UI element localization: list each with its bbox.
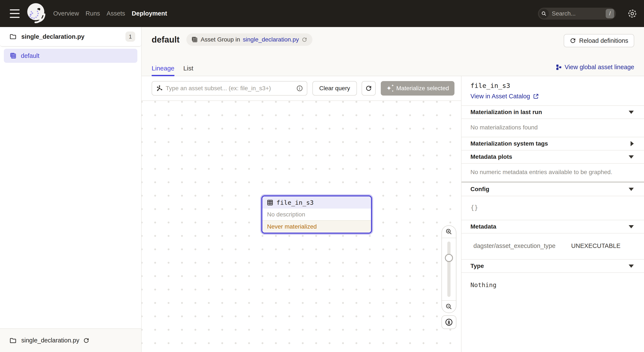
materialize-selected-button[interactable]: ✦✦✦ Materialize selected	[381, 81, 454, 95]
asset-title: file_in_s3	[470, 82, 634, 89]
download-icon	[445, 318, 453, 327]
search-icon	[539, 9, 549, 18]
tab-lineage[interactable]: Lineage	[152, 65, 174, 76]
chevron-down-icon	[629, 155, 634, 159]
top-navbar: Overview Runs Assets Deployment /	[0, 0, 644, 27]
refresh-graph-button[interactable]	[362, 81, 376, 95]
nav-item-deployment[interactable]: Deployment	[132, 10, 167, 17]
catalog-link-label: View in Asset Catalog	[470, 93, 530, 100]
config-value: {}	[462, 196, 644, 220]
zoom-slider-track[interactable]	[448, 242, 451, 297]
tag-prefix: Asset Group in	[200, 36, 240, 43]
global-lineage-label: View global asset lineage	[564, 64, 634, 71]
asset-group-icon	[10, 52, 16, 59]
section-config[interactable]: Config	[462, 183, 644, 196]
lineage-canvas[interactable]: file_in_s3 No description Never material…	[142, 101, 461, 352]
asset-node-header: file_in_s3	[262, 196, 371, 209]
section-label: Materialization system tags	[470, 140, 548, 147]
section-type[interactable]: Type	[462, 259, 644, 272]
search-shortcut-badge: /	[606, 9, 614, 18]
reload-location-icon[interactable]	[302, 37, 307, 42]
folder-icon	[9, 33, 16, 40]
reload-repo-icon[interactable]	[83, 337, 90, 344]
reload-definitions-label: Reload definitions	[579, 37, 628, 44]
section-metadata-plots[interactable]: Metadata plots	[462, 150, 644, 163]
metadata-value: UNEXECUTABLE	[571, 242, 620, 249]
code-location-sidebar: single_declaration.py 1 default single_d…	[0, 27, 142, 352]
dagster-app: Overview Runs Assets Deployment /	[0, 0, 644, 352]
zoom-in-button[interactable]	[442, 226, 456, 238]
section-materialization-system-tags[interactable]: Materialization system tags	[462, 137, 644, 150]
zoom-out-button[interactable]	[442, 300, 456, 313]
metadata-key: dagster/asset_execution_type	[474, 242, 571, 249]
asset-detail-panel: file_in_s3 View in Asset Catalog Materia…	[461, 76, 644, 352]
section-label: Type	[470, 263, 484, 269]
asset-node-description: No description	[262, 209, 371, 220]
section-materialization-last-run[interactable]: Materialization in last run	[462, 105, 644, 118]
tab-list[interactable]: List	[183, 65, 193, 76]
asset-subset-query[interactable]	[152, 81, 307, 95]
asset-node-file-in-s3[interactable]: file_in_s3 No description Never material…	[261, 195, 372, 234]
zoom-slider[interactable]	[442, 238, 456, 300]
sidebar-repo-header[interactable]: single_declaration.py 1	[0, 27, 141, 47]
search-input[interactable]	[552, 10, 606, 17]
asset-subset-input[interactable]	[166, 85, 296, 92]
page-title: default	[152, 35, 180, 44]
lineage-graph-icon	[556, 64, 562, 70]
page-header: default Asset Group in single_declaratio…	[142, 27, 644, 76]
sidebar-item-default-group[interactable]: default	[4, 49, 137, 63]
navbar-right: /	[538, 8, 638, 19]
lineage-toolbar: Clear query ✦✦✦ Materialize selected	[142, 76, 461, 101]
clear-query-label: Clear query	[319, 85, 350, 92]
menu-icon[interactable]	[10, 9, 20, 18]
section-metadata[interactable]: Metadata	[462, 220, 644, 233]
global-search[interactable]: /	[538, 8, 616, 19]
materialize-label: Materialize selected	[396, 85, 449, 92]
asset-group-icon	[192, 36, 198, 43]
chevron-down-icon	[629, 111, 634, 114]
type-value: Nothing	[462, 272, 644, 297]
external-link-icon	[533, 93, 539, 99]
repo-name: single_declaration.py	[21, 33, 84, 40]
main-nav: Overview Runs Assets Deployment	[53, 10, 167, 17]
zoom-controls	[442, 225, 456, 313]
nav-item-assets[interactable]: Assets	[107, 10, 125, 17]
last-run-empty-state: No materializations found	[462, 118, 644, 137]
download-graph-button[interactable]	[442, 315, 456, 329]
reload-definitions-button[interactable]: Reload definitions	[564, 34, 634, 47]
sparkle-icon: ✦✦✦	[386, 85, 394, 92]
refresh-icon	[365, 85, 372, 92]
nav-item-runs[interactable]: Runs	[86, 10, 100, 17]
section-label: Metadata	[470, 223, 496, 230]
asset-group-tag: Asset Group in single_declaration.py	[186, 33, 312, 46]
nav-item-overview[interactable]: Overview	[53, 10, 79, 17]
chevron-down-icon	[629, 265, 634, 268]
zoom-slider-knob[interactable]	[445, 254, 453, 262]
chevron-right-icon	[630, 141, 634, 146]
section-label: Metadata plots	[470, 153, 512, 160]
info-icon[interactable]	[296, 85, 303, 92]
gear-icon[interactable]	[627, 8, 638, 19]
clear-query-button[interactable]: Clear query	[312, 81, 357, 95]
asset-node-name: file_in_s3	[276, 199, 314, 206]
section-label: Config	[470, 186, 490, 193]
metadata-plots-empty-state: No numeric metadata entries available to…	[462, 163, 644, 182]
view-in-asset-catalog-link[interactable]: View in Asset Catalog	[470, 93, 634, 100]
refresh-icon	[570, 37, 576, 44]
asset-node-status: Never materialized	[262, 220, 371, 233]
footer-repo-name: single_declaration.py	[21, 337, 79, 344]
section-label: Materialization in last run	[470, 109, 542, 116]
group-label: default	[21, 52, 40, 59]
chevron-down-icon	[629, 188, 634, 191]
asset-count-badge: 1	[126, 31, 135, 42]
view-global-asset-lineage-link[interactable]: View global asset lineage	[556, 64, 634, 71]
metadata-row: dagster/asset_execution_type UNEXECUTABL…	[462, 233, 644, 259]
dagster-logo-icon	[24, 1, 48, 26]
view-tabs: Lineage List	[152, 65, 193, 76]
chevron-down-icon	[629, 225, 634, 228]
table-icon	[267, 199, 274, 206]
tag-repo-link[interactable]: single_declaration.py	[243, 36, 299, 43]
sidebar-footer-repo[interactable]: single_declaration.py	[0, 328, 141, 352]
folder-icon	[9, 337, 16, 344]
asset-graph-icon	[156, 85, 163, 92]
